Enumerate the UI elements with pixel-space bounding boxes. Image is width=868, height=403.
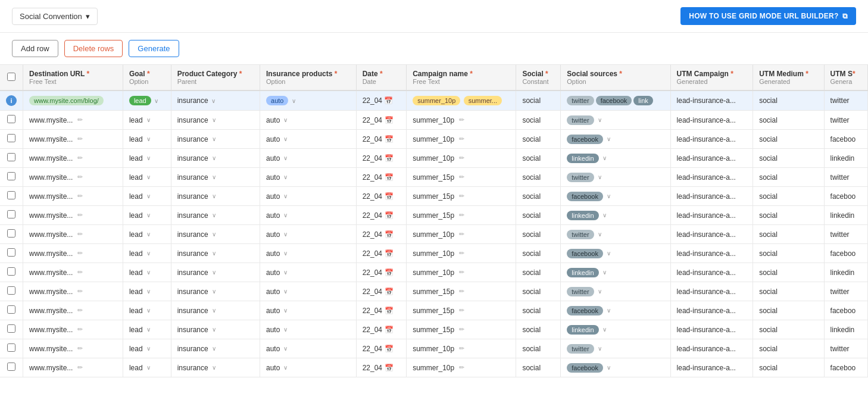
col-campaign-name: Campaign name * Free Text	[407, 65, 516, 90]
table-row: www.mysite... ✏ lead ∨ insurance ∨ auto …	[0, 320, 868, 339]
row-insurance: auto ∨	[260, 225, 357, 244]
row-select-cell[interactable]: i	[0, 90, 23, 111]
row-checkbox[interactable]	[7, 305, 15, 314]
help-button-label: HOW TO USE GRID MODE URL BUILDER?	[689, 12, 838, 20]
edit-icon[interactable]: ✏	[77, 345, 83, 352]
row-utm-medium: social	[753, 130, 824, 149]
row-social: social	[516, 187, 561, 206]
row-checkbox[interactable]	[7, 210, 15, 218]
row-checkbox[interactable]	[7, 115, 15, 123]
edit-icon[interactable]: ✏	[77, 173, 83, 181]
row-checkbox-cell[interactable]	[0, 282, 23, 301]
edit-icon[interactable]: ✏	[77, 364, 83, 371]
row-social: social	[516, 282, 561, 301]
row-checkbox-cell[interactable]	[0, 358, 23, 377]
row-url: www.mysite... ✏	[23, 225, 123, 244]
row-social-source: linkedin ∨	[561, 320, 670, 339]
row-goal: lead ∨	[123, 130, 171, 149]
add-row-button[interactable]: Add row	[12, 40, 58, 57]
info-icon[interactable]: i	[6, 95, 17, 106]
row-checkbox-cell[interactable]	[0, 168, 23, 187]
edit-icon[interactable]: ✏	[459, 288, 464, 295]
edit-icon[interactable]: ✏	[77, 116, 83, 124]
row-checkbox-cell[interactable]	[0, 206, 23, 225]
edit-icon[interactable]: ✏	[459, 326, 464, 333]
edit-icon[interactable]: ✏	[459, 230, 464, 238]
row-checkbox-cell[interactable]	[0, 187, 23, 206]
row-checkbox[interactable]	[7, 134, 15, 142]
edit-icon[interactable]: ✏	[459, 364, 464, 371]
row-campaign: summer_15p ✏	[407, 301, 516, 320]
edit-icon[interactable]: ✏	[459, 192, 464, 200]
row-checkbox[interactable]	[7, 153, 15, 161]
edit-icon[interactable]: ✏	[459, 116, 464, 124]
row-campaign: summer_15p ✏	[407, 168, 516, 187]
row-checkbox[interactable]	[7, 286, 15, 295]
row-insurance: auto ∨	[260, 111, 357, 130]
row-utm-campaign: lead-insurance-a...	[670, 130, 753, 149]
row-product-category: insurance ∨	[171, 320, 260, 339]
row-checkbox-cell[interactable]	[0, 225, 23, 244]
edit-icon[interactable]: ✏	[77, 249, 83, 257]
edit-icon[interactable]: ✏	[459, 307, 464, 314]
edit-icon[interactable]: ✏	[459, 345, 464, 352]
row-utm-campaign: lead-insurance-a...	[670, 149, 753, 168]
table-row: www.mysite... ✏ lead ∨ insurance ∨ auto …	[0, 111, 868, 130]
row-url: www.mysite... ✏	[23, 244, 123, 263]
edit-icon[interactable]: ✏	[77, 211, 83, 219]
row-checkbox[interactable]	[7, 324, 15, 333]
help-button[interactable]: HOW TO USE GRID MODE URL BUILDER? ⧉	[680, 7, 856, 25]
row-checkbox[interactable]	[7, 248, 15, 257]
row-utm-campaign: lead-insurance-a...	[670, 301, 753, 320]
calendar-icon: 📅	[385, 288, 394, 296]
edit-icon[interactable]: ✏	[459, 135, 464, 143]
edit-icon[interactable]: ✏	[77, 268, 83, 276]
header-select-all[interactable]	[0, 65, 23, 90]
edit-icon[interactable]: ✏	[77, 288, 83, 295]
delete-rows-button[interactable]: Delete rows	[64, 40, 123, 57]
edit-icon[interactable]: ✏	[77, 230, 83, 238]
row-social: social	[516, 206, 561, 225]
edit-icon[interactable]: ✏	[77, 135, 83, 143]
active-utm-medium: social	[753, 90, 824, 111]
edit-icon[interactable]: ✏	[77, 154, 83, 162]
row-checkbox-cell[interactable]	[0, 149, 23, 168]
edit-icon[interactable]: ✏	[459, 211, 464, 219]
row-checkbox-cell[interactable]	[0, 244, 23, 263]
row-checkbox-cell[interactable]	[0, 130, 23, 149]
row-checkbox[interactable]	[7, 172, 15, 180]
row-social-source: facebook ∨	[561, 301, 670, 320]
select-all-checkbox[interactable]	[7, 73, 15, 81]
edit-icon[interactable]: ✏	[459, 268, 464, 276]
app-title-button[interactable]: Social Convention ▾	[12, 8, 98, 25]
row-checkbox-cell[interactable]	[0, 339, 23, 358]
row-checkbox[interactable]	[7, 343, 15, 352]
row-social: social	[516, 130, 561, 149]
row-checkbox-cell[interactable]	[0, 301, 23, 320]
edit-icon[interactable]: ✏	[77, 307, 83, 314]
row-checkbox[interactable]	[7, 363, 15, 371]
row-url: www.mysite... ✏	[23, 320, 123, 339]
row-social: social	[516, 111, 561, 130]
app-title-label: Social Convention	[20, 12, 82, 21]
row-checkbox[interactable]	[7, 191, 15, 199]
edit-icon[interactable]: ✏	[459, 173, 464, 181]
edit-icon[interactable]: ✏	[77, 326, 83, 333]
row-social-source: twitter ∨	[561, 225, 670, 244]
row-checkbox[interactable]	[7, 267, 15, 276]
row-utm-medium: social	[753, 282, 824, 301]
generate-button[interactable]: Generate	[129, 40, 179, 57]
edit-icon[interactable]: ✏	[459, 249, 464, 257]
edit-icon[interactable]: ✏	[77, 192, 83, 200]
row-checkbox-cell[interactable]	[0, 111, 23, 130]
row-product-category: insurance ∨	[171, 244, 260, 263]
row-checkbox-cell[interactable]	[0, 320, 23, 339]
row-social: social	[516, 149, 561, 168]
row-date: 22_04 📅	[356, 320, 406, 339]
row-checkbox-cell[interactable]	[0, 263, 23, 282]
row-social-source: twitter ∨	[561, 168, 670, 187]
row-checkbox[interactable]	[7, 229, 15, 238]
edit-icon[interactable]: ✏	[459, 154, 464, 162]
row-product-category: insurance ∨	[171, 301, 260, 320]
row-utm-campaign: lead-insurance-a...	[670, 206, 753, 225]
